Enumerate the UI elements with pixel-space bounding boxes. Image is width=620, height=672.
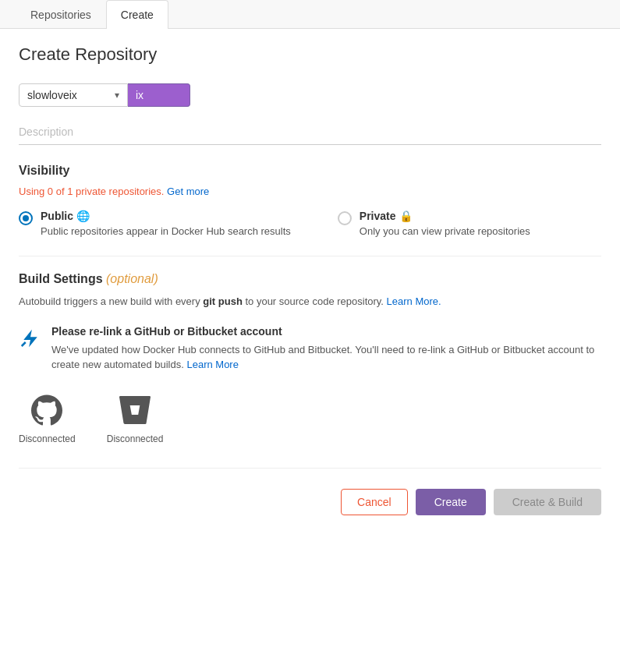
description-row bbox=[19, 119, 601, 145]
bitbucket-icon bbox=[116, 391, 154, 429]
footer-divider bbox=[19, 468, 601, 469]
owner-select[interactable]: slowloveix ▾ bbox=[19, 83, 128, 107]
visibility-title: Visibility bbox=[19, 164, 601, 178]
cancel-button[interactable]: Cancel bbox=[341, 489, 408, 515]
github-label: Disconnected bbox=[19, 433, 76, 444]
create-and-build-button[interactable]: Create & Build bbox=[494, 489, 601, 515]
relink-box: Please re-link a GitHub or Bitbucket acc… bbox=[19, 325, 601, 373]
providers-row: Disconnected Disconnected bbox=[19, 391, 601, 444]
bitbucket-label: Disconnected bbox=[107, 433, 164, 444]
globe-icon: 🌐 bbox=[76, 210, 90, 222]
main-content: Create Repository slowloveix ▾ Visibilit… bbox=[0, 29, 620, 539]
public-radio[interactable] bbox=[19, 211, 33, 225]
learn-more-build-link[interactable]: Learn More. bbox=[387, 295, 441, 307]
chevron-down-icon: ▾ bbox=[115, 90, 119, 101]
public-label: Public 🌐 bbox=[41, 210, 291, 222]
github-icon bbox=[28, 391, 66, 429]
create-button[interactable]: Create bbox=[416, 489, 486, 515]
tabs-bar: Repositories Create bbox=[0, 0, 620, 29]
relink-icon bbox=[19, 327, 42, 355]
divider-1 bbox=[19, 256, 601, 256]
page-title: Create Repository bbox=[19, 44, 601, 65]
build-settings-section: Build Settings (optional) Autobuild trig… bbox=[19, 272, 601, 444]
tab-create[interactable]: Create bbox=[106, 0, 168, 29]
relink-text: Please re-link a GitHub or Bitbucket acc… bbox=[51, 325, 601, 373]
repo-name-input[interactable] bbox=[128, 83, 190, 107]
learn-more-relink-link[interactable]: Learn More bbox=[186, 359, 238, 370]
build-description: Autobuild triggers a new build with ever… bbox=[19, 294, 601, 309]
visibility-section: Visibility Using 0 of 1 private reposito… bbox=[19, 164, 601, 237]
owner-select-value: slowloveix bbox=[27, 89, 110, 101]
private-option[interactable]: Private 🔒 Only you can view private repo… bbox=[338, 210, 530, 237]
public-option-content: Public 🌐 Public repositories appear in D… bbox=[41, 210, 291, 237]
visibility-options: Public 🌐 Public repositories appear in D… bbox=[19, 210, 601, 237]
footer-actions: Cancel Create Create & Build bbox=[19, 476, 601, 523]
private-label: Private 🔒 bbox=[360, 210, 530, 222]
optional-label: (optional) bbox=[106, 272, 158, 285]
public-desc: Public repositories appear in Docker Hub… bbox=[41, 225, 291, 237]
build-settings-title: Build Settings (optional) bbox=[19, 272, 601, 286]
get-more-link[interactable]: Get more bbox=[167, 186, 209, 197]
public-option[interactable]: Public 🌐 Public repositories appear in D… bbox=[19, 210, 291, 237]
relink-body: We've updated how Docker Hub connects to… bbox=[51, 342, 601, 373]
private-desc: Only you can view private repositories bbox=[360, 225, 530, 237]
description-input[interactable] bbox=[19, 119, 601, 145]
relink-title: Please re-link a GitHub or Bitbucket acc… bbox=[51, 325, 601, 338]
private-option-content: Private 🔒 Only you can view private repo… bbox=[360, 210, 530, 237]
svg-line-0 bbox=[22, 342, 26, 346]
radio-dot bbox=[23, 215, 29, 221]
private-radio[interactable] bbox=[338, 211, 352, 225]
github-provider[interactable]: Disconnected bbox=[19, 391, 76, 444]
lock-icon: 🔒 bbox=[399, 210, 413, 222]
tab-repositories[interactable]: Repositories bbox=[16, 0, 106, 29]
bitbucket-provider[interactable]: Disconnected bbox=[107, 391, 164, 444]
visibility-notice: Using 0 of 1 private repositories. Get m… bbox=[19, 186, 601, 197]
repo-name-row: slowloveix ▾ bbox=[19, 83, 601, 107]
